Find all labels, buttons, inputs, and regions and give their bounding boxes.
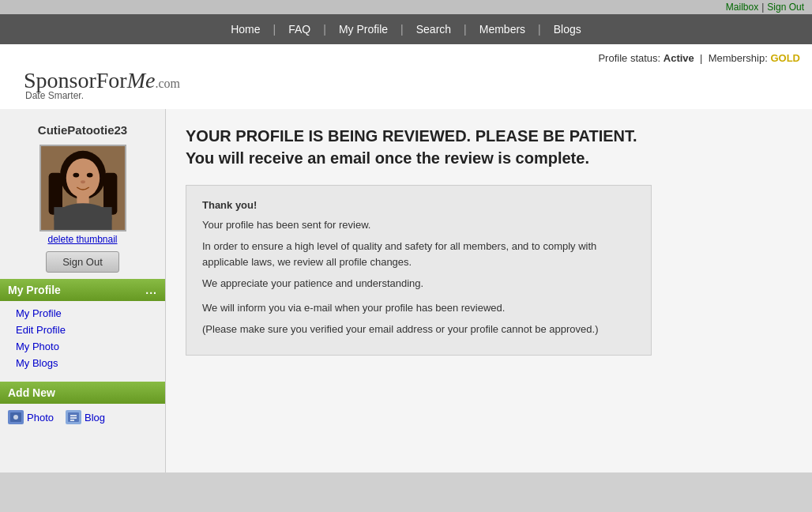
add-blog-link[interactable]: Blog (85, 412, 105, 424)
thank-you-line1: Your profile has been sent for review. (202, 217, 635, 234)
sign-out-button[interactable]: Sign Out (46, 251, 119, 273)
sidebar-avatar: delete thumbnail (0, 145, 165, 245)
nav-item-blogs[interactable]: Blogs (547, 20, 588, 39)
sidebar-add-new-header: Add New (0, 382, 165, 404)
nav-sep-3: | (400, 23, 404, 36)
logo: SponsorForMe.com Date Smarter. (12, 68, 180, 101)
logo-sponsor: SponsorFor (24, 68, 127, 92)
sidebar-nav-item-my-photo: My Photo (16, 338, 165, 355)
add-photo-item: Photo (8, 410, 54, 424)
nav-sep-1: | (273, 23, 276, 36)
header-area: Profile status: Active | Membership: GOL… (0, 44, 812, 109)
content-area: YOUR PROFILE IS BEING REVIEWED. PLEASE B… (166, 109, 812, 472)
membership-label: Membership: (709, 52, 768, 64)
header-top: Profile status: Active | Membership: GOL… (12, 52, 800, 64)
review-title-line2: You will receive an email once the revie… (186, 147, 792, 169)
review-message-title: YOUR PROFILE IS BEING REVIEWED. PLEASE B… (186, 125, 792, 169)
sidebar-profile-section-header: My Profile ... (0, 279, 165, 301)
logo-me: Me (127, 68, 156, 92)
thank-you-line4: We will inform you via e-mail when your … (202, 300, 635, 317)
sidebar: CutiePatootie23 (0, 109, 166, 472)
review-title-line1: YOUR PROFILE IS BEING REVIEWED. PLEASE B… (186, 125, 792, 147)
top-bar: Mailbox | Sign Out (0, 0, 812, 14)
svg-point-2 (66, 158, 99, 198)
add-blog-item: Blog (66, 410, 105, 424)
nav-item-my-profile[interactable]: My Profile (333, 20, 394, 39)
svg-rect-10 (54, 207, 111, 230)
nav-item-members[interactable]: Members (473, 20, 532, 39)
sidebar-username: CutiePatootie23 (0, 117, 165, 141)
sidebar-add-new-items: Photo Blog (0, 404, 165, 431)
add-photo-link[interactable]: Photo (27, 412, 54, 424)
logo-com: .com (155, 77, 180, 90)
my-blogs-link[interactable]: My Blogs (16, 357, 58, 369)
svg-point-12 (13, 415, 18, 420)
profile-status: Profile status: Active | Membership: GOL… (598, 52, 800, 64)
sidebar-profile-section-dots: ... (145, 284, 157, 296)
sidebar-nav: My Profile Edit Profile My Photo My Blog… (0, 301, 165, 375)
sidebar-nav-item-my-blogs: My Blogs (16, 355, 165, 371)
nav-sep-5: | (538, 23, 541, 36)
svg-point-7 (81, 180, 85, 183)
membership-value: GOLD (770, 52, 800, 64)
nav-sep-4: | (464, 23, 467, 36)
profile-status-label: Profile status: (598, 52, 660, 64)
add-new-label: Add New (8, 386, 55, 399)
thank-you-line5: (Please make sure you verified your emai… (202, 322, 635, 338)
nav-item-search[interactable]: Search (410, 20, 457, 39)
my-profile-link[interactable]: My Profile (16, 307, 62, 319)
svg-point-5 (73, 173, 79, 178)
nav-bar: Home | FAQ | My Profile | Search | Membe… (0, 14, 812, 44)
thank-you-box: Thank you! Your profile has been sent fo… (186, 185, 652, 356)
avatar-image (41, 146, 125, 230)
mailbox-link[interactable]: Mailbox (726, 2, 758, 13)
avatar (39, 145, 126, 232)
sidebar-nav-item-my-profile: My Profile (16, 305, 165, 322)
nav-sep-2: | (323, 23, 326, 36)
signout-link[interactable]: Sign Out (767, 2, 804, 13)
thank-you-line3: We appreciate your patience and understa… (202, 276, 635, 292)
blog-icon (66, 410, 81, 424)
my-photo-link[interactable]: My Photo (16, 341, 59, 352)
sidebar-profile-section-label: My Profile (8, 284, 61, 296)
svg-point-6 (86, 173, 92, 178)
top-bar-separator: | (761, 2, 764, 13)
nav-item-faq[interactable]: FAQ (282, 20, 317, 39)
thank-you-line2: In order to ensure a high level of quali… (202, 239, 635, 272)
nav-item-home[interactable]: Home (224, 20, 266, 39)
profile-status-value: Active (664, 52, 694, 64)
logo-tagline: Date Smarter. (24, 90, 84, 101)
delete-thumbnail-link[interactable]: delete thumbnail (47, 234, 117, 245)
main-area: CutiePatootie23 (0, 109, 812, 472)
sidebar-nav-item-edit-profile: Edit Profile (16, 322, 165, 338)
thank-you-title: Thank you! (202, 198, 635, 214)
edit-profile-link[interactable]: Edit Profile (16, 324, 66, 336)
photo-icon (8, 410, 24, 424)
